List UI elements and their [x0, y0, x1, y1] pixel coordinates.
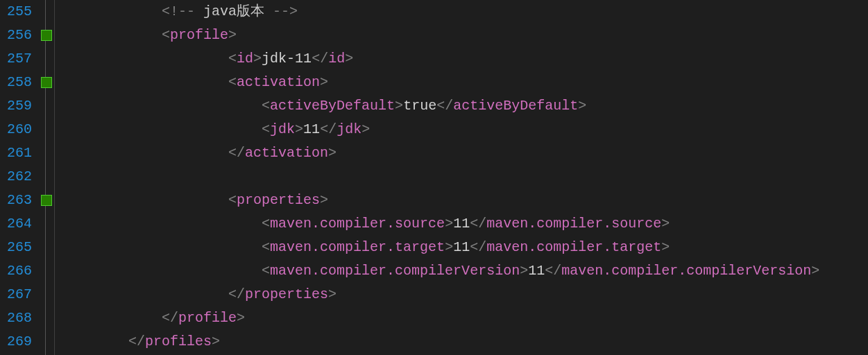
- line-number: 267: [7, 283, 32, 306]
- code-line: <maven.compiler.target>11</maven.compile…: [62, 236, 819, 259]
- line-number: 262: [7, 165, 32, 189]
- code-line: </profiles>: [62, 330, 819, 354]
- code-line: <properties>: [62, 189, 819, 212]
- code-line: </activation>: [62, 141, 819, 165]
- line-number-gutter: 2552562572582592602612622632642652662672…: [0, 0, 36, 355]
- line-number: 263: [7, 189, 32, 212]
- line-number: 257: [7, 47, 32, 71]
- fold-toggle-icon[interactable]: [41, 77, 52, 88]
- line-number: 256: [7, 24, 32, 47]
- line-number: 255: [7, 0, 32, 24]
- code-line: <maven.compiler.compilerVersion>11</mave…: [62, 259, 819, 283]
- line-number: 264: [7, 212, 32, 236]
- fold-column: [37, 0, 55, 355]
- line-number: 265: [7, 236, 32, 259]
- code-line: <!-- java版本 -->: [62, 0, 819, 24]
- code-line: <profile>: [62, 24, 819, 47]
- fold-toggle-icon[interactable]: [41, 30, 52, 41]
- fold-guide-line: [45, 0, 46, 355]
- line-number: 269: [7, 330, 32, 354]
- fold-toggle-icon[interactable]: [41, 195, 52, 206]
- code-line: <maven.compiler.source>11</maven.compile…: [62, 212, 819, 236]
- code-line: <activation>: [62, 71, 819, 94]
- code-line: [62, 165, 819, 189]
- code-line: <activeByDefault>true</activeByDefault>: [62, 94, 819, 118]
- line-number: 261: [7, 141, 32, 165]
- line-number: 259: [7, 94, 32, 118]
- code-line: </properties>: [62, 283, 819, 306]
- line-number: 266: [7, 259, 32, 283]
- line-number: 258: [7, 71, 32, 94]
- line-number: 268: [7, 306, 32, 330]
- line-number: 260: [7, 118, 32, 141]
- code-area[interactable]: <!-- java版本 --> <profile> <id>jdk-11</id…: [55, 0, 819, 355]
- code-line: <jdk>11</jdk>: [62, 118, 819, 141]
- code-editor: 2552562572582592602612622632642652662672…: [0, 0, 868, 355]
- code-line: <id>jdk-11</id>: [62, 47, 819, 71]
- code-line: </profile>: [62, 306, 819, 330]
